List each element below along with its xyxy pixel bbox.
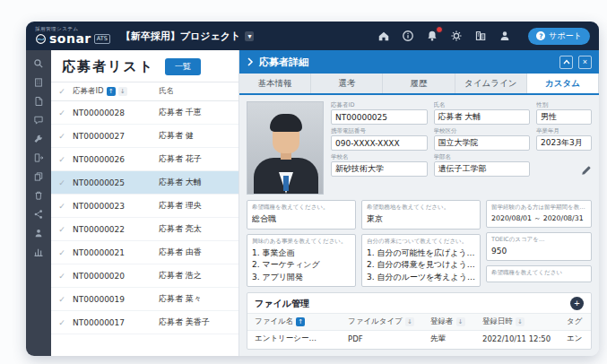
check-all-icon[interactable]: ✓ <box>51 87 73 96</box>
sort-asc-icon[interactable]: ↑ <box>107 87 116 96</box>
check-icon: ✓ <box>51 318 73 327</box>
field-label: 希望職種を教えてください <box>491 269 586 277</box>
wrench-icon[interactable] <box>32 133 45 145</box>
support-button[interactable]: ? サポート <box>528 28 590 45</box>
info-icon[interactable] <box>401 29 415 43</box>
list-table-header: ✓ 応募者ID ↑ ↓ 氏名 <box>51 82 238 101</box>
applicant-name: 応募者 菜々 <box>159 293 238 305</box>
document-icon[interactable] <box>32 95 45 108</box>
sort-desc-icon[interactable]: ↓ <box>118 87 127 96</box>
sort-asc-icon[interactable]: ↑ <box>296 317 305 326</box>
file-registrant: 先輩 <box>430 334 482 344</box>
file-col-name: ファイル名 <box>255 316 293 327</box>
user-silhouette-icon[interactable] <box>32 227 45 239</box>
applicant-id: NT00000027 <box>73 132 159 141</box>
field-value-line: 2. 自分の得意を見つけよう… <box>367 259 475 272</box>
column-header-name: 氏名 <box>159 86 238 97</box>
sonar-logo-icon <box>35 33 47 45</box>
files-title: ファイル管理 <box>255 298 309 310</box>
field-value[interactable]: 国立大学院 <box>434 135 531 151</box>
sort-desc-icon[interactable]: ↓ <box>516 317 525 326</box>
check-icon: ✓ <box>51 225 73 234</box>
field-value[interactable]: 応募者 大輔 <box>434 109 531 125</box>
tab-history[interactable]: 履歴 <box>383 74 455 93</box>
field-value[interactable]: 新砂技術大学 <box>331 161 428 177</box>
edit-profile-button[interactable] <box>580 165 592 177</box>
applicant-photo <box>247 101 324 195</box>
applicant-id: NT00000021 <box>73 248 159 257</box>
applicant-row[interactable]: ✓NT00000020応募者 浩之 <box>51 264 238 288</box>
detail-header: 応募者詳細 × <box>239 50 599 74</box>
applicant-row[interactable]: ✓NT00000023応募者 理央 <box>51 195 238 218</box>
field-label: 応募者ID <box>331 101 428 108</box>
chart-icon[interactable] <box>32 246 45 258</box>
pencil-icon <box>580 165 592 177</box>
field-value[interactable]: 男性 <box>536 109 592 125</box>
copy-icon[interactable] <box>32 170 45 183</box>
exit-icon[interactable] <box>32 152 45 164</box>
applicant-id: NT00000026 <box>73 155 159 164</box>
sort-desc-icon[interactable]: ↓ <box>456 317 465 326</box>
project-selector[interactable]: 【新卒採用】プロジェクト ▾ <box>121 30 255 43</box>
custom-field-toeic[interactable]: TOEICのスコアを… 950 <box>486 232 592 262</box>
field-label: TOEICのスコアを… <box>491 236 586 244</box>
custom-field-interests[interactable]: 興味のある事業を教えてください。 1. 事業企画 2. マーケティング 3. ア… <box>247 234 356 288</box>
trash-icon[interactable] <box>32 189 45 202</box>
custom-field-desired-location[interactable]: 希望勤務地を教えてください。 東京 <box>361 200 481 230</box>
applicant-row[interactable]: ✓NT00000022応募者 亮太 <box>51 218 238 241</box>
detail-tabs: 基本情報 選考 履歴 タイムライン カスタム <box>239 74 599 95</box>
organization-icon[interactable] <box>473 29 488 43</box>
custom-field-future[interactable]: 自分の将来について教えてください。 1. 自分の可能性を広げよう… 2. 自分の… <box>361 234 481 288</box>
field-value[interactable]: 遺伝子工学部 <box>434 161 531 177</box>
list-view-button[interactable]: 一覧 <box>165 58 201 75</box>
tab-basic-info[interactable]: 基本情報 <box>239 74 311 93</box>
applicant-row-selected[interactable]: ✓NT00000025応募者 大輔 <box>51 171 238 195</box>
sort-desc-icon[interactable]: ↓ <box>405 317 414 326</box>
tab-timeline[interactable]: タイムライン <box>455 74 527 93</box>
field-value-line: 3. アプリ開発 <box>252 272 351 284</box>
field-value[interactable]: 2023年3月 <box>536 135 592 151</box>
check-icon: ✓ <box>51 248 73 257</box>
user-icon[interactable] <box>498 29 512 43</box>
share-icon[interactable] <box>32 208 45 221</box>
applicant-row[interactable]: ✓NT00000017応募者 美香子 <box>51 311 238 334</box>
applicant-id: NT00000023 <box>73 202 159 211</box>
applicant-detail-panel: 応募者詳細 × 基本情報 選考 履歴 タイムライン カスタム <box>239 50 599 356</box>
bell-icon[interactable] <box>425 29 439 43</box>
field-label: 携帯電話番号 <box>331 127 428 134</box>
applicant-id: NT00000019 <box>73 295 159 304</box>
tab-custom[interactable]: カスタム <box>527 74 599 93</box>
file-row[interactable]: エントリーシー… PDF 先輩 2022/10/11 12:50 エントリー <box>247 330 591 347</box>
files-table-header: ファイル名↑ ファイルタイプ↓ 登録者↓ 登録日時↓ タグ↓ <box>247 313 591 330</box>
collapse-button[interactable] <box>559 56 573 69</box>
applicant-row[interactable]: ✓NT00000028応募者 千恵 <box>51 101 238 125</box>
building-icon[interactable] <box>32 76 45 89</box>
field-label: 性別 <box>536 101 592 108</box>
applicant-row[interactable]: ✓NT00000021応募者 由香 <box>51 241 238 264</box>
applicant-row[interactable]: ✓NT00000026応募者 花子 <box>51 148 238 171</box>
applicant-row[interactable]: ✓NT00000019応募者 菜々 <box>51 288 238 311</box>
profile-fields: 応募者ID NT00000025 氏名 応募者 大輔 性別 男性 携帯電話番 <box>331 101 592 195</box>
app-body: 応募者リスト 一覧 ✓ 応募者ID ↑ ↓ 氏名 ✓NT00000028応募者 … <box>26 50 599 356</box>
brand-logo[interactable]: 採用管理システム sonar ATS <box>35 27 110 46</box>
tab-selection[interactable]: 選考 <box>311 74 383 93</box>
field-value[interactable]: 090-XXXX-XXXX <box>331 135 428 151</box>
applicant-row[interactable]: ✓NT00000027応募者 健 <box>51 125 238 148</box>
gear-icon[interactable] <box>449 29 464 43</box>
file-col-registrant: 登録者 <box>430 316 454 327</box>
custom-field-study-abroad[interactable]: 留学経験のある方は留学期間を教えて… 2020/08/01 ～ 2020/08/… <box>486 200 592 228</box>
custom-fields-section: 希望職種を教えてください。 総合職 興味のある事業を教えてください。 1. 事業… <box>247 200 592 287</box>
field-name: 氏名 応募者 大輔 <box>434 101 531 125</box>
field-value: 950 <box>491 246 586 258</box>
check-icon: ✓ <box>51 108 73 117</box>
field-gender: 性別 男性 <box>536 101 592 125</box>
home-icon[interactable] <box>377 29 391 43</box>
field-value[interactable]: NT00000025 <box>331 109 428 125</box>
chat-icon[interactable] <box>32 114 45 126</box>
add-file-button[interactable]: + <box>570 297 584 310</box>
close-button[interactable]: × <box>578 56 592 69</box>
search-icon[interactable] <box>32 57 45 70</box>
applicant-list-panel: 応募者リスト 一覧 ✓ 応募者ID ↑ ↓ 氏名 ✓NT00000028応募者 … <box>51 50 239 356</box>
custom-field-desired-job-2[interactable]: 希望職種を教えてください <box>486 265 592 282</box>
custom-field-desired-job[interactable]: 希望職種を教えてください。 総合職 <box>247 200 356 230</box>
